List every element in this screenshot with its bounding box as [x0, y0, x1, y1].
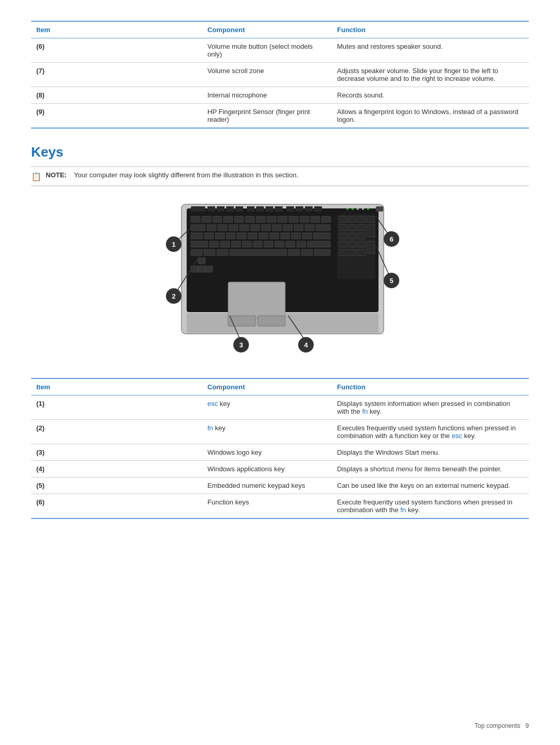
svg-rect-90 — [339, 233, 347, 239]
component-cell: Function keys — [202, 494, 332, 519]
svg-text:5: 5 — [389, 277, 393, 285]
item-cell: (9) — [31, 104, 202, 129]
svg-rect-91 — [348, 233, 356, 239]
svg-rect-99 — [228, 282, 285, 318]
component-cell: esc key — [202, 396, 332, 420]
function-cell: Displays system information when pressed… — [332, 396, 529, 420]
svg-rect-55 — [270, 233, 279, 239]
item-cell: (6) — [31, 38, 202, 63]
top-table: Item Component Function (6) Volume mute … — [31, 21, 529, 129]
svg-rect-79 — [191, 266, 198, 272]
function-cell: Executes frequently used system function… — [332, 420, 529, 444]
bottom-table-header-item: Item — [31, 378, 202, 396]
svg-rect-59 — [313, 233, 330, 239]
item-cell: (4) — [31, 461, 202, 477]
svg-rect-64 — [242, 241, 251, 247]
keyboard-diagram: 1 2 3 4 5 6 — [31, 196, 529, 362]
svg-rect-67 — [275, 241, 284, 247]
svg-rect-35 — [321, 216, 331, 222]
component-cell: Windows applications key — [202, 461, 332, 477]
table-row: (1) esc key Displays system information … — [31, 396, 529, 420]
svg-rect-26 — [223, 216, 233, 222]
svg-rect-97 — [339, 249, 356, 256]
top-table-header-item: Item — [31, 21, 202, 38]
esc-link: esc — [452, 432, 462, 440]
svg-rect-29 — [256, 216, 265, 222]
footer-text: Top components — [474, 722, 520, 729]
svg-rect-11 — [275, 206, 283, 212]
svg-rect-92 — [358, 233, 366, 239]
table-row: (2) fn key Executes frequently used syst… — [31, 420, 529, 444]
svg-rect-101 — [258, 316, 285, 326]
component-cell: Windows logo key — [202, 444, 332, 461]
bottom-table-header-function: Function — [332, 378, 529, 396]
svg-rect-82 — [339, 216, 347, 222]
svg-rect-6 — [226, 206, 234, 212]
note-label: NOTE: — [46, 171, 66, 179]
svg-rect-77 — [314, 249, 330, 256]
component-cell: Volume mute button (select models only) — [202, 38, 332, 63]
svg-rect-54 — [259, 233, 268, 239]
svg-rect-76 — [301, 249, 313, 256]
table-row: (7) Volume scroll zone Adjusts speaker v… — [31, 63, 529, 87]
svg-rect-56 — [281, 233, 290, 239]
function-cell: Displays a shortcut menu for items benea… — [332, 461, 529, 477]
svg-rect-13 — [296, 206, 303, 212]
component-cell: fn key — [202, 420, 332, 444]
svg-rect-43 — [272, 224, 282, 231]
svg-rect-4 — [207, 206, 215, 212]
svg-rect-28 — [245, 216, 255, 222]
function-cell: Displays the Windows Start menu. — [332, 444, 529, 461]
svg-point-19 — [362, 208, 364, 210]
svg-rect-8 — [247, 206, 255, 212]
svg-rect-10 — [265, 206, 273, 212]
note-text: Your computer may look slightly differen… — [74, 171, 298, 179]
table-row: (6) Volume mute button (select models on… — [31, 38, 529, 63]
svg-text:1: 1 — [172, 241, 175, 248]
bottom-table: Item Component Function (1) esc key Disp… — [31, 378, 529, 519]
svg-rect-27 — [234, 216, 244, 222]
svg-rect-95 — [358, 241, 366, 247]
keyboard-svg: 1 2 3 4 5 6 — [145, 196, 415, 362]
svg-rect-84 — [358, 216, 366, 222]
svg-rect-80 — [198, 266, 205, 272]
svg-rect-39 — [229, 224, 238, 231]
svg-rect-89 — [367, 224, 375, 237]
svg-rect-66 — [264, 241, 273, 247]
item-cell: (7) — [31, 63, 202, 87]
svg-text:6: 6 — [389, 235, 393, 243]
svg-rect-7 — [235, 206, 243, 212]
svg-rect-49 — [204, 233, 214, 239]
component-cell: Embedded numeric keypad keys — [202, 477, 332, 494]
svg-point-18 — [357, 208, 359, 210]
item-cell: (1) — [31, 396, 202, 420]
svg-text:4: 4 — [304, 341, 308, 349]
svg-rect-3 — [191, 206, 205, 212]
svg-point-20 — [367, 208, 369, 210]
svg-rect-38 — [218, 224, 227, 231]
svg-rect-61 — [209, 241, 219, 247]
item-cell: (3) — [31, 444, 202, 461]
svg-rect-62 — [220, 241, 230, 247]
svg-rect-25 — [213, 216, 222, 222]
svg-rect-5 — [217, 206, 225, 212]
function-cell: Records sound. — [332, 87, 529, 104]
svg-rect-93 — [339, 241, 347, 247]
esc-link: esc — [207, 400, 218, 407]
svg-rect-73 — [217, 249, 228, 256]
svg-rect-36 — [191, 224, 205, 231]
svg-rect-78 — [198, 258, 205, 264]
footer-page: 9 — [525, 722, 529, 729]
svg-rect-42 — [261, 224, 271, 231]
svg-rect-47 — [316, 224, 330, 231]
table-row: (5) Embedded numeric keypad keys Can be … — [31, 477, 529, 494]
svg-rect-44 — [283, 224, 292, 231]
svg-rect-65 — [253, 241, 262, 247]
svg-rect-12 — [286, 206, 294, 212]
svg-text:3: 3 — [239, 341, 243, 349]
table-row: (9) HP Fingerprint Sensor (finger print … — [31, 104, 529, 129]
function-cell: Allows a fingerprint logon to Windows, i… — [332, 104, 529, 129]
svg-rect-83 — [348, 216, 356, 222]
svg-rect-14 — [305, 206, 313, 212]
table-row: (6) Function keys Execute frequently use… — [31, 494, 529, 519]
